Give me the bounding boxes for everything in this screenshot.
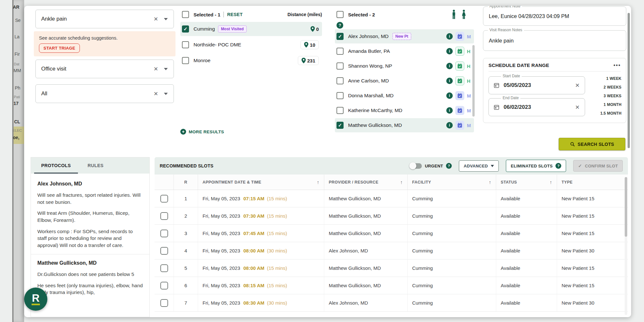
calendar-icon[interactable] [455,91,464,100]
slot-row-6[interactable]: 6 Fri, May 05, 202308:15 AM(15 mins) Mat… [155,277,628,294]
checkbox-unchecked[interactable] [336,62,344,70]
calendar-icon[interactable] [455,62,464,71]
quick-range-1-week[interactable]: 1 WEEK [600,74,621,83]
panel-scrollbar[interactable] [628,13,630,148]
slot-row-3[interactable]: 3 Fri, May 05, 202307:45 AM(15 mins) Mat… [155,225,628,242]
slot-row-2[interactable]: 2 Fri, May 05, 202307:30 AM(15 mins) Mat… [155,207,628,225]
slot-checkbox[interactable] [160,299,168,307]
tab-protocols[interactable]: PROTOCOLS [33,157,79,174]
rank-column-header: R [174,175,198,190]
info-icon[interactable] [446,78,453,84]
end-date-field[interactable]: End Date 06/02/2023 [488,98,585,116]
providers-scrollbar[interactable] [472,45,475,117]
checkbox-checked[interactable] [336,122,344,129]
slot-checkbox[interactable] [160,282,168,289]
checkbox-unchecked[interactable] [182,41,189,48]
info-icon[interactable] [446,48,453,54]
provider-row-donna-marshall[interactable]: Donna Marshall, MD M [335,89,474,103]
checkbox-unchecked[interactable] [336,107,344,114]
visit-reason-notes-field[interactable]: Visit Reason Notes Ankle pain [483,30,626,51]
info-icon[interactable] [446,122,453,128]
chevron-down-icon[interactable] [164,68,168,70]
slot-facility: Cumming [407,207,496,224]
slot-time: 08:15 AM [243,283,264,288]
advanced-button[interactable]: ADVANCED [459,160,499,172]
slot-row-7[interactable]: 7 Fri, May 05, 202308:30 AM(30 mins) Ale… [155,294,628,312]
tab-rules[interactable]: RULES [79,157,112,174]
urgent-toggle[interactable] [410,163,422,169]
calendar-icon[interactable] [455,47,464,56]
slot-checkbox[interactable] [160,230,168,237]
clear-start-date-icon[interactable] [572,82,583,89]
location-row-cumming[interactable]: Cumming Most Visited 0 [180,22,322,36]
provider-row-shannon-wong[interactable]: Shannon Wong, NP H [335,59,474,73]
quick-range-1-month[interactable]: 1 MONTH [600,100,621,109]
select-all-providers-checkbox[interactable] [336,11,344,18]
more-results-link[interactable]: MORE RESULTS [180,129,224,135]
location-row-monroe[interactable]: Monroe 231 [180,53,322,68]
quick-range-3-weeks[interactable]: 3 WEEKS [600,92,621,100]
provider-row-amanda-butler[interactable]: Amanda Butler, PA H [335,44,474,58]
visit-reason-select[interactable]: Ankle pain [35,10,174,28]
checkbox-unchecked[interactable] [182,57,189,64]
calendar-icon[interactable] [455,121,464,130]
calendar-icon[interactable] [493,104,500,110]
checkbox-unchecked[interactable] [336,77,344,84]
checkbox-unchecked[interactable] [336,48,344,55]
select-all-locations-checkbox[interactable] [182,11,189,18]
info-icon[interactable] [446,107,453,114]
info-icon[interactable] [446,92,453,99]
location-row-northside[interactable]: Northside- POC DME 10 [180,38,322,52]
appointment-note-field[interactable]: Appointment Note Lee, Eunice 04/28/2023 … [483,6,626,26]
calendar-icon[interactable] [455,106,464,115]
checkbox-checked[interactable] [182,25,189,33]
protocol-paragraph: Dr.Gullickson does not see patients belo… [37,271,143,278]
checkbox-unchecked[interactable] [336,92,344,99]
slot-row-4[interactable]: 4 Fri, May 05, 202308:00 AM(30 mins) Ale… [155,242,628,260]
slot-row-5[interactable]: 5 Fri, May 05, 202308:00 AM(15 mins) Mat… [155,260,628,277]
datetime-column-header[interactable]: APPOINTMENT DATE & TIME [198,175,324,190]
start-triage-button[interactable]: START TRIAGE [39,43,80,53]
provider-row-alex-johnson[interactable]: Alex Johnson, MD New Pt M [335,29,474,43]
eliminated-slots-button[interactable]: ELIMINATED SLOTS [506,160,566,172]
checkbox-checked[interactable] [336,33,344,40]
slot-checkbox[interactable] [160,195,168,203]
provider-column-header[interactable]: PROVIDER / RESOURCE [324,175,407,190]
start-date-field[interactable]: Start Date 05/05/2023 [488,76,585,94]
search-slots-button[interactable]: SEARCH SLOTS [559,138,625,150]
provider-row-katherine-mccarthy[interactable]: Katherine McCarthy, MD M [335,103,474,118]
more-menu-icon[interactable] [613,64,621,67]
brand-fab-button[interactable]: R [24,288,47,311]
facility-column-header[interactable]: FACILITY [407,175,496,190]
clear-end-date-icon[interactable] [572,104,583,111]
help-icon[interactable] [336,22,343,29]
reset-locations-link[interactable]: RESET [227,12,242,17]
info-icon[interactable] [446,63,453,69]
male-icon[interactable] [451,10,456,19]
chevron-down-icon[interactable] [164,18,168,20]
slot-checkbox[interactable] [160,247,168,255]
clear-icon[interactable] [150,16,161,23]
confirm-slot-button[interactable]: CONFIRM SLOT [573,160,623,172]
chevron-down-icon[interactable] [164,93,168,95]
department-select[interactable]: All [35,84,174,103]
urgent-help-icon[interactable] [446,163,452,169]
clear-icon[interactable] [150,90,161,97]
provider-row-anne-carlson[interactable]: Anne Carlson, MD H [335,74,474,88]
calendar-icon[interactable] [493,82,500,89]
female-icon[interactable] [461,10,466,19]
slot-checkbox[interactable] [160,264,168,272]
table-scrollbar-thumb[interactable] [625,177,627,237]
quick-range-2-weeks[interactable]: 2 WEEKS [600,83,621,92]
slot-checkbox[interactable] [160,212,168,220]
calendar-icon[interactable] [455,76,464,85]
clear-icon[interactable] [150,66,161,72]
status-column-header[interactable]: STATUS [496,175,557,190]
provider-row-matthew-gullickson[interactable]: Matthew Gullickson, MD M [335,118,474,132]
calendar-icon[interactable] [455,32,464,41]
info-icon[interactable] [446,33,453,40]
visit-type-select[interactable]: Office visit [35,60,174,78]
table-scrollbar[interactable] [625,177,627,315]
slot-row-1[interactable]: 1 Fri, May 05, 202307:15 AM(15 mins) Mat… [155,190,628,207]
quick-range-1-5-month[interactable]: 1.5 MONTH [600,109,621,118]
